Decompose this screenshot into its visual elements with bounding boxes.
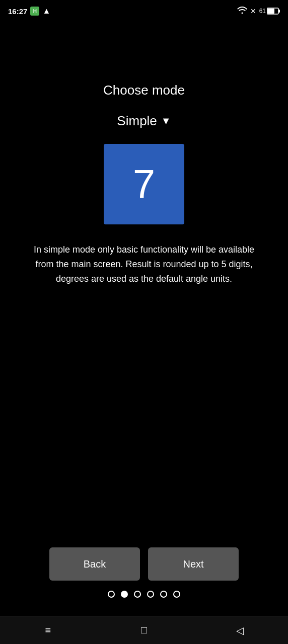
battery-indicator: 61 <box>259 8 280 15</box>
main-content: Choose mode Simple ▼ 7 In simple mode on… <box>0 22 288 315</box>
pagination-dot-1 <box>121 591 128 598</box>
status-left: 16:27 H ▲ <box>8 7 50 16</box>
x-icon: ✕ <box>250 7 256 15</box>
back-button[interactable]: Back <box>49 547 140 581</box>
pagination-dot-5 <box>173 591 180 598</box>
dropdown-selected-value: Simple <box>117 113 157 129</box>
status-bar: 16:27 H ▲ ✕ 61 <box>0 0 288 22</box>
svg-rect-2 <box>278 10 280 13</box>
mode-dropdown[interactable]: Simple ▼ <box>117 113 171 129</box>
bottom-area: Back Next <box>0 547 288 616</box>
warning-icon: ▲ <box>42 7 50 16</box>
pagination-dot-4 <box>160 591 167 598</box>
app-notification-icon: H <box>30 7 39 16</box>
status-right: ✕ 61 <box>237 6 280 16</box>
battery-icon <box>267 8 280 15</box>
mode-number: 7 <box>133 161 156 207</box>
pagination-dot-0 <box>108 591 115 598</box>
menu-icon[interactable]: ≡ <box>38 620 58 640</box>
next-button[interactable]: Next <box>148 547 239 581</box>
mode-description: In simple mode only basic functionality … <box>33 243 255 286</box>
page-title: Choose mode <box>103 83 185 98</box>
svg-rect-1 <box>267 9 274 14</box>
home-icon[interactable]: □ <box>134 620 154 640</box>
battery-level: 61 <box>259 8 266 15</box>
pagination-dot-2 <box>134 591 141 598</box>
system-nav-bar: ≡ □ ◁ <box>0 616 288 644</box>
wifi-icon <box>237 6 247 16</box>
pagination-dots <box>108 591 180 598</box>
mode-icon-box: 7 <box>104 144 184 224</box>
pagination-dot-3 <box>147 591 154 598</box>
back-nav-icon[interactable]: ◁ <box>230 620 250 640</box>
status-time: 16:27 <box>8 7 27 16</box>
chevron-down-icon: ▼ <box>161 115 171 127</box>
nav-buttons: Back Next <box>0 547 288 581</box>
